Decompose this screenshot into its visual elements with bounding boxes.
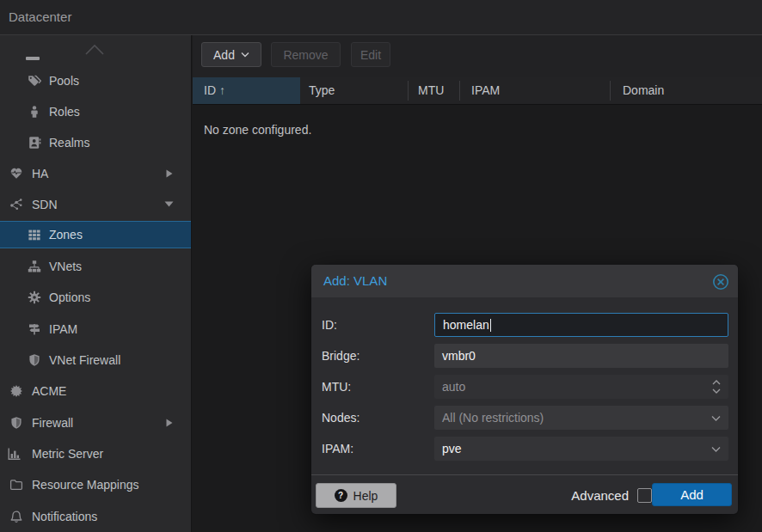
advanced-checkbox[interactable] <box>637 488 652 503</box>
shield-icon <box>9 416 23 430</box>
chevron-down-icon <box>241 52 249 58</box>
grid-icon <box>28 228 41 242</box>
chevron-right-icon <box>165 419 174 427</box>
sidebar-item-label: IPAM <box>49 316 77 342</box>
edit-button[interactable]: Edit <box>351 42 390 67</box>
dialog-title: Add: VLAN <box>323 265 387 297</box>
sidebar-item-pools[interactable]: Pools <box>0 68 191 94</box>
address-book-icon <box>28 136 41 150</box>
help-button-label: Help <box>353 489 378 503</box>
question-icon: ? <box>335 489 347 502</box>
sidebar-item-label: HA <box>32 161 48 187</box>
nodes-select[interactable]: All (No restrictions) <box>434 406 728 430</box>
map-signs-icon <box>28 322 41 336</box>
spinner-up-down-icon[interactable] <box>712 378 721 395</box>
add-button[interactable]: Add <box>201 42 261 67</box>
top-bar: Datacenter <box>0 0 762 35</box>
sidebar-item-zones[interactable]: Zones <box>0 221 191 248</box>
ipam-label: IPAM: <box>322 437 353 461</box>
sidebar-item-notifications[interactable]: Notifications <box>0 504 191 529</box>
tags-icon <box>28 74 41 88</box>
mtu-placeholder: auto <box>442 380 465 394</box>
cut-off-icon <box>26 57 40 60</box>
mtu-spinner[interactable]: auto <box>434 375 728 399</box>
help-button[interactable]: ? Help <box>316 483 396 508</box>
submit-add-button[interactable]: Add <box>652 483 732 506</box>
field-row-mtu: MTU: auto <box>311 375 738 399</box>
chevron-down-icon[interactable] <box>711 446 721 453</box>
sidebar-item-firewall[interactable]: Firewall <box>0 410 191 436</box>
text-cursor <box>490 319 492 332</box>
column-separator <box>408 81 409 101</box>
sidebar-item-label: Pools <box>49 68 79 94</box>
column-header-mtu[interactable]: MTU <box>408 77 459 104</box>
close-icon[interactable] <box>712 273 729 290</box>
field-row-ipam: IPAM: pve <box>311 437 738 461</box>
chevron-down-icon[interactable] <box>711 415 721 422</box>
column-label: Type <box>300 77 335 104</box>
column-label: IPAM <box>459 77 500 104</box>
dialog-footer: ? Help Advanced Add <box>311 474 738 514</box>
sidebar-item-label: Options <box>49 284 90 310</box>
heartbeat-icon <box>9 167 23 180</box>
network-nodes-icon <box>9 198 23 211</box>
dialog-header[interactable]: Add: VLAN <box>311 265 738 297</box>
sidebar-item-roles[interactable]: Roles <box>0 99 191 125</box>
column-header-domain[interactable]: Domain <box>610 77 762 104</box>
certificate-icon <box>9 384 23 398</box>
sidebar-item-realms[interactable]: Realms <box>0 130 191 156</box>
sidebar-item-ha[interactable]: HA <box>0 161 191 187</box>
page-title: Datacenter <box>9 0 71 34</box>
sidebar-item-acme[interactable]: ACME <box>0 378 191 404</box>
column-header-ipam[interactable]: IPAM <box>459 77 610 104</box>
column-separator <box>459 81 460 101</box>
sidebar-item-vnet-firewall[interactable]: VNet Firewall <box>0 347 191 373</box>
grid-empty-text: No zone configured. <box>204 123 311 137</box>
bridge-input-value: vmbr0 <box>442 349 476 363</box>
bridge-input[interactable]: vmbr0 <box>434 344 728 368</box>
bell-icon <box>9 510 23 523</box>
sidebar-item-ipam[interactable]: IPAM <box>0 316 191 342</box>
sidebar-item-label: Roles <box>49 99 80 125</box>
sidebar-item-resource-mappings[interactable]: Resource Mappings <box>0 472 191 498</box>
bar-chart-icon <box>7 447 21 461</box>
ipam-select-value: pve <box>442 442 462 456</box>
mtu-label: MTU: <box>322 375 351 399</box>
sitemap-icon <box>28 260 41 273</box>
remove-button[interactable]: Remove <box>271 42 341 67</box>
id-input-value: homelan <box>443 318 489 332</box>
toolbar: Add Remove Edit <box>193 35 762 77</box>
sidebar-item-sdn[interactable]: SDN <box>0 192 191 217</box>
id-input[interactable]: homelan <box>434 313 728 337</box>
advanced-label: Advanced <box>571 488 629 503</box>
sidebar-item-label: Realms <box>49 130 89 156</box>
gear-icon <box>28 290 41 304</box>
nodes-placeholder: All (No restrictions) <box>442 411 544 425</box>
sidebar-item-label: VNets <box>49 254 82 279</box>
user-icon <box>28 105 41 119</box>
nodes-label: Nodes: <box>322 406 359 430</box>
column-label: ID <box>193 77 216 104</box>
sidebar-item-label: Metric Server <box>32 441 103 467</box>
scrolled-item-fragment[interactable] <box>0 39 191 64</box>
sidebar-item-label: Zones <box>49 222 83 248</box>
submit-add-label: Add <box>680 487 704 502</box>
chevron-down-icon <box>164 200 174 208</box>
ipam-select[interactable]: pve <box>434 437 728 461</box>
column-label: Domain <box>610 77 664 104</box>
column-separator <box>610 81 611 101</box>
id-label: ID: <box>322 313 337 337</box>
shield-icon <box>28 353 41 367</box>
column-header-type[interactable]: Type <box>300 77 408 104</box>
sort-ascending-icon: ↑ <box>219 83 225 97</box>
sidebar-item-label: Firewall <box>32 410 73 436</box>
sidebar-item-label: Resource Mappings <box>32 472 139 498</box>
sidebar-item-metric-server[interactable]: Metric Server <box>0 441 191 467</box>
sidebar-item-label: SDN <box>32 192 58 217</box>
sidebar-item-vnets[interactable]: VNets <box>0 254 191 279</box>
bridge-label: Bridge: <box>322 344 359 368</box>
sidebar-item-options[interactable]: Options <box>0 284 191 310</box>
column-header-id[interactable]: ID↑ <box>193 77 300 104</box>
remove-button-label: Remove <box>283 48 328 62</box>
chevron-up-icon <box>84 43 105 57</box>
